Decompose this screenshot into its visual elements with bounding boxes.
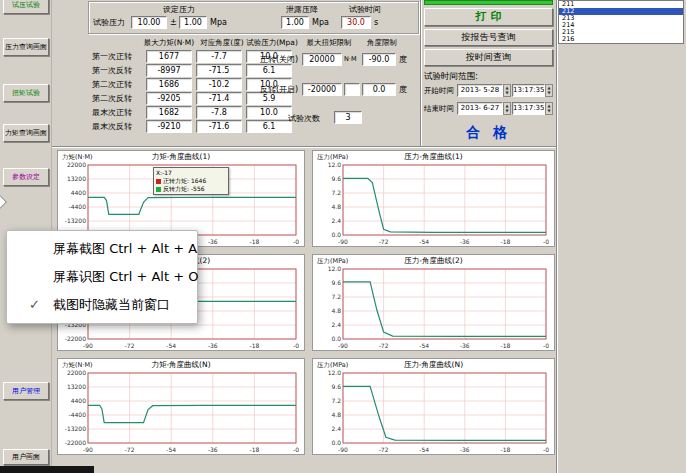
panel-divider-vertical: [420, 0, 422, 146]
print-button[interactable]: 打 印: [424, 8, 553, 26]
report-list-item[interactable]: 214: [559, 22, 683, 29]
svg-text:-54: -54: [419, 342, 429, 349]
test-count-input[interactable]: 3: [334, 111, 362, 124]
chart-tooltip: X:-17 正转力矩: 1646 反转力矩: -556: [153, 167, 229, 195]
pressure-unit-label: Mpa: [210, 17, 227, 28]
limit-forward-torque-input[interactable]: 20000: [302, 53, 342, 66]
row-torque-value: 1677: [146, 50, 192, 63]
svg-text:-18: -18: [249, 342, 259, 349]
row-pressure-value: 10.0: [246, 106, 292, 119]
start-date-input[interactable]: 2013- 5-28: [457, 84, 503, 97]
limit-forward-angle-input[interactable]: -90.0: [362, 53, 396, 66]
start-time-input[interactable]: 13:17:35: [512, 84, 545, 97]
svg-text:-54: -54: [419, 446, 429, 453]
chart-title: 力矩-角度曲线(1): [58, 152, 304, 162]
report-list-item[interactable]: 211: [559, 1, 683, 8]
query-by-time-button[interactable]: 按时间查询: [424, 49, 553, 66]
svg-text:22000: 22000: [67, 370, 86, 376]
svg-text:-36: -36: [208, 446, 218, 453]
report-list-item[interactable]: 216: [559, 36, 683, 43]
settings-group-title: 设定压力: [144, 4, 214, 15]
end-time-spinner[interactable]: ▲▼: [545, 102, 553, 115]
chart-panel-pressure-n: 压力(MPa) 压力-角度曲线(N) 12.09.67.24.82.40.0-9…: [312, 358, 555, 455]
menu-item-screen-capture[interactable]: 屏幕截图 Ctrl + Alt + A: [7, 235, 197, 263]
limit-reverse-angle-input[interactable]: 0.0: [362, 83, 396, 96]
end-date-spinner[interactable]: ▲▼: [503, 102, 511, 115]
report-list-item[interactable]: 215: [559, 29, 683, 36]
svg-text:7.2: 7.2: [331, 189, 341, 196]
svg-text:-72: -72: [379, 342, 389, 349]
svg-text:-72: -72: [379, 238, 389, 245]
svg-text:-18: -18: [249, 238, 259, 245]
row-label: 第一次正转: [92, 51, 144, 62]
limit-reverse-torque-input[interactable]: -20000: [302, 83, 342, 96]
query-by-report-button[interactable]: 按报告号查询: [424, 29, 553, 46]
svg-text:-36: -36: [460, 446, 470, 453]
row-angle-value: -71.6: [196, 120, 242, 133]
test-pressure-input[interactable]: 10.00: [131, 16, 167, 29]
chart-panel-pressure-2: 压力(MPa) 压力-角度曲线(2) 12.09.67.24.82.40.0-9…: [312, 254, 555, 351]
limit-reverse-unit-box: [344, 83, 360, 96]
sidebar-item-user-management[interactable]: 用户管理: [3, 382, 49, 400]
sidebar-item-parameter-settings[interactable]: 参数设定: [3, 168, 49, 186]
svg-text:-4400: -4400: [69, 411, 87, 418]
reverse-torque-swatch: [156, 187, 161, 192]
report-list[interactable]: 211 212 213 214 215 216: [558, 0, 684, 44]
charts-divider: [52, 146, 556, 148]
svg-text:-18: -18: [500, 238, 510, 245]
report-list-item[interactable]: 213: [559, 15, 683, 22]
svg-text:-54: -54: [166, 446, 176, 453]
svg-text:7.2: 7.2: [331, 397, 341, 404]
start-date-spinner[interactable]: ▲▼: [503, 84, 511, 97]
svg-text:-90: -90: [338, 342, 348, 349]
tolerance-input[interactable]: 1.00: [179, 16, 207, 29]
row-torque-value: 1686: [146, 78, 192, 91]
time-range-label: 试验时间范围:: [424, 71, 478, 82]
sidebar-item-user-screen[interactable]: 用户画面: [3, 449, 49, 465]
svg-text:-72: -72: [379, 446, 389, 453]
svg-text:2.4: 2.4: [331, 425, 341, 432]
svg-text:-90: -90: [338, 446, 348, 453]
svg-text:-36: -36: [460, 342, 470, 349]
partial-button-top[interactable]: [424, 0, 553, 5]
svg-text:-90: -90: [83, 342, 93, 349]
svg-text:-18: -18: [249, 446, 259, 453]
svg-text:-36: -36: [208, 238, 218, 245]
chart-plot: 12.09.67.24.82.40.0-90-72-54-36-18-0: [313, 162, 554, 246]
sidebar-item-pressure-query[interactable]: 压力查询画面: [3, 38, 49, 56]
svg-text:2.4: 2.4: [331, 321, 341, 328]
row-label: 第一次反转: [92, 65, 144, 76]
row-angle-value: -71.4: [196, 92, 242, 105]
menu-item-hide-window[interactable]: ✓截图时隐藏当前窗口: [7, 291, 197, 319]
menu-item-screen-ocr[interactable]: 屏幕识图 Ctrl + Alt + O: [7, 263, 197, 291]
limit-forward-unit: N·M: [344, 54, 362, 65]
svg-text:4.8: 4.8: [331, 411, 341, 418]
end-date-input[interactable]: 2013- 6-27: [457, 102, 503, 115]
svg-text:-0: -0: [543, 342, 549, 349]
svg-text:12.0: 12.0: [328, 162, 342, 168]
svg-text:13200: 13200: [67, 383, 86, 390]
time-input[interactable]: 30.0: [341, 16, 371, 29]
check-icon: ✓: [29, 291, 40, 319]
svg-text:-54: -54: [419, 238, 429, 245]
chart-title: 压力-角度曲线(1): [313, 152, 554, 162]
tooltip-reverse-torque: 反转力矩: -556: [156, 185, 226, 193]
start-time-spinner[interactable]: ▲▼: [545, 84, 553, 97]
end-time-input[interactable]: 13:17:35: [512, 102, 545, 115]
svg-text:4400: 4400: [71, 189, 86, 196]
chart-panel-pressure-1: 压力(MPa) 压力-角度曲线(1) 12.09.67.24.82.40.0-9…: [312, 150, 555, 247]
start-time-label: 开始时间: [424, 85, 456, 96]
sidebar-item-torque-query[interactable]: 力矩查询画面: [3, 124, 49, 142]
sidebar-item-pressure-test[interactable]: 试压试验: [3, 0, 49, 14]
limit-forward-deg: 度: [399, 54, 407, 65]
chart-title: 力矩-角度曲线(N): [58, 360, 304, 370]
svg-text:0.0: 0.0: [331, 231, 341, 238]
leak-input[interactable]: 1.00: [281, 16, 309, 29]
chart-plot: 12.09.67.24.82.40.0-90-72-54-36-18-0: [313, 266, 554, 350]
sidebar-item-torque-test[interactable]: 扭矩试验: [3, 84, 49, 102]
row-label: 最末次正转: [92, 107, 144, 118]
row-torque-value: -9210: [146, 120, 192, 133]
report-list-item[interactable]: 212: [559, 8, 683, 15]
chart-plot: 22000132004400-4400-13200-22000-90-72-54…: [58, 370, 304, 454]
chart-title: 压力-角度曲线(N): [313, 360, 554, 370]
